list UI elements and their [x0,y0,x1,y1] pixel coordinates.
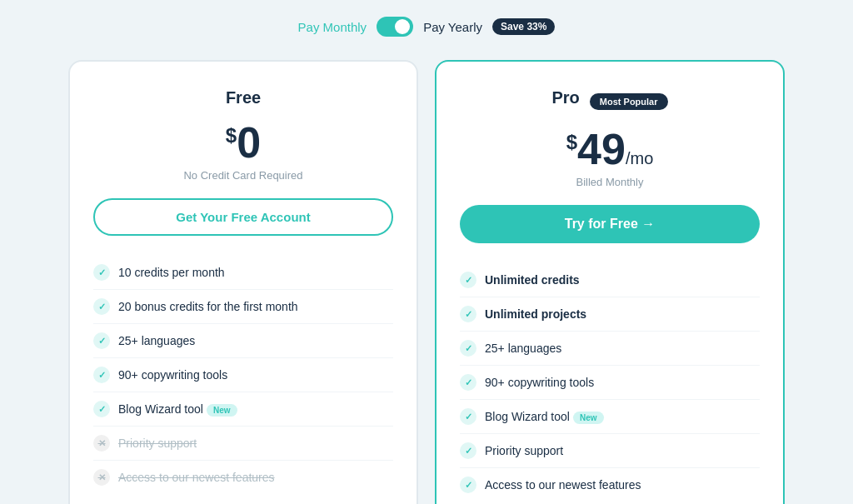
plan-name-pro: Pro [551,88,579,107]
feature-text: 90+ copywriting tools [118,368,393,382]
billing-toggle-row: Pay Monthly Pay Yearly Save 33% [298,17,556,37]
feature-text: 90+ copywriting tools [485,376,760,389]
feature-text: 20 bonus credits for the first month [118,300,393,313]
pay-yearly-label: Pay Yearly [423,20,482,34]
save-badge: Save 33% [492,18,555,35]
feature-item: ✓ 90+ copywriting tools [460,366,760,400]
plan-subtitle-pro: Billed Monthly [460,176,760,188]
feature-text: Access to our newest features [118,471,393,484]
most-popular-badge: Most Popular [590,93,668,110]
feature-icon-check: ✓ [93,401,110,417]
feature-item: ✓ Unlimited projects [460,297,760,332]
plan-name-free: Free [93,88,393,107]
feature-item: ✓ 20 bonus credits for the first month [93,290,393,324]
feature-text: Blog Wizard toolNew [485,410,760,423]
plan-price-free: $0 [226,121,261,164]
billing-toggle-switch[interactable] [377,17,413,37]
feature-item: ✓ Unlimited credits [460,263,760,297]
feature-icon-check: ✓ [93,264,110,281]
feature-text: Unlimited projects [485,307,760,321]
plan-card-pro: Pro Most Popular $49/mo Billed Monthly T… [435,60,785,504]
feature-text: Priority support [485,444,760,457]
plan-header-free: Free [93,88,393,107]
feature-text: 10 credits per month [118,266,393,279]
new-badge: New [207,404,237,417]
feature-icon-check: ✓ [460,340,476,357]
feature-icon-check: ✓ [460,374,476,391]
feature-icon-check: ✓ [93,367,110,383]
feature-icon-check: ✓ [460,408,476,425]
pro-cta-button[interactable]: Try for Free → [460,205,760,243]
pay-monthly-label: Pay Monthly [298,20,367,34]
feature-icon-check: ✓ [460,442,476,459]
feature-list-free: ✓ 10 credits per month ✓ 20 bonus credit… [93,256,393,494]
feature-item: ✓ 25+ languages [93,324,393,358]
feature-text: Priority support [118,437,393,450]
feature-list-pro: ✓ Unlimited credits ✓ Unlimited projects… [460,263,760,502]
new-badge: New [573,412,604,424]
plan-price-row-pro: $49/mo [460,127,760,171]
feature-item: ✓ 25+ languages [460,332,760,366]
plan-card-free: Free $0 No Credit Card Required Get Your… [68,60,418,504]
feature-item: ✕ Access to our newest features [93,461,393,494]
feature-icon-check: ✓ [460,306,476,322]
feature-text: Access to our newest features [485,478,760,492]
feature-item: ✓ Blog Wizard toolNew [93,392,393,427]
feature-text: 25+ languages [485,342,760,355]
feature-text: Unlimited credits [485,273,760,287]
feature-item: ✓ Access to our newest features [460,468,760,502]
feature-item: ✕ Priority support [93,427,393,461]
feature-icon-check: ✓ [93,332,110,349]
feature-text: 25+ languages [118,334,393,347]
feature-icon-check: ✓ [460,477,476,493]
feature-text: Blog Wizard toolNew [118,402,393,416]
feature-icon-cross: ✕ [93,469,110,486]
feature-icon-check: ✓ [460,272,476,288]
feature-icon-check: ✓ [93,298,110,315]
feature-item: ✓ 10 credits per month [93,256,393,290]
plan-price-row-free: $0 [93,121,393,164]
plans-container: Free $0 No Credit Card Required Get Your… [68,60,785,504]
plan-subtitle-free: No Credit Card Required [93,169,393,182]
feature-icon-cross: ✕ [93,435,110,452]
plan-header-pro: Pro Most Popular [460,88,760,114]
feature-item: ✓ Priority support [460,434,760,468]
feature-item: ✓ Blog Wizard toolNew [460,400,760,434]
plan-price-pro: $49/mo [566,127,654,171]
feature-item: ✓ 90+ copywriting tools [93,358,393,392]
free-cta-button[interactable]: Get Your Free Account [93,198,393,236]
